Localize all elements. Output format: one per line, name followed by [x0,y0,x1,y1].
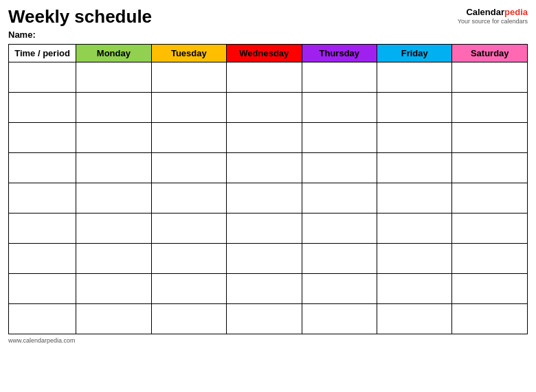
data-cell[interactable] [452,92,528,122]
data-cell[interactable] [227,62,302,92]
data-cell[interactable] [377,62,452,92]
data-cell[interactable] [452,122,528,152]
col-header-saturday: Saturday [452,44,528,62]
data-cell[interactable] [151,62,226,92]
data-cell[interactable] [302,122,377,152]
data-cell[interactable] [377,243,452,273]
name-label: Name: [8,30,528,40]
time-cell[interactable] [9,243,76,273]
table-row [9,92,528,122]
data-cell[interactable] [302,213,377,243]
col-header-friday: Friday [377,44,452,62]
table-row [9,152,528,183]
data-cell[interactable] [302,152,377,183]
data-cell[interactable] [76,273,151,303]
col-header-thursday: Thursday [302,44,377,62]
col-header-monday: Monday [76,44,151,62]
data-cell[interactable] [151,243,226,273]
col-header-tuesday: Tuesday [151,44,226,62]
table-row [9,183,528,213]
table-row [9,243,528,273]
data-cell[interactable] [151,92,226,122]
table-row [9,273,528,303]
footer-url: www.calendarpedia.com [8,337,528,344]
data-cell[interactable] [452,152,528,183]
data-cell[interactable] [227,273,302,303]
data-cell[interactable] [452,183,528,213]
time-cell[interactable] [9,152,76,183]
data-cell[interactable] [76,92,151,122]
data-cell[interactable] [227,122,302,152]
data-cell[interactable] [452,213,528,243]
col-header-time: Time / period [9,44,76,62]
data-cell[interactable] [151,122,226,152]
data-cell[interactable] [377,303,452,334]
data-cell[interactable] [76,183,151,213]
data-cell[interactable] [151,183,226,213]
data-cell[interactable] [452,273,528,303]
brand-name: Calendarpedia [458,7,528,18]
data-cell[interactable] [227,183,302,213]
table-row [9,213,528,243]
data-cell[interactable] [302,273,377,303]
brand-calendar-text: Calendar [466,7,504,17]
data-cell[interactable] [76,152,151,183]
data-cell[interactable] [302,243,377,273]
data-cell[interactable] [377,183,452,213]
time-cell[interactable] [9,183,76,213]
data-cell[interactable] [302,62,377,92]
brand-tagline: Your source for calendars [458,18,528,25]
data-cell[interactable] [76,243,151,273]
data-cell[interactable] [151,303,226,334]
data-cell[interactable] [452,62,528,92]
data-cell[interactable] [377,213,452,243]
brand-logo: Calendarpedia Your source for calendars [458,7,528,25]
data-cell[interactable] [377,92,452,122]
table-header-row: Time / period Monday Tuesday Wednesday T… [9,44,528,62]
time-cell[interactable] [9,303,76,334]
data-cell[interactable] [377,152,452,183]
time-cell[interactable] [9,213,76,243]
data-cell[interactable] [76,62,151,92]
time-cell[interactable] [9,122,76,152]
data-cell[interactable] [302,183,377,213]
page-title: Weekly schedule [8,7,152,27]
data-cell[interactable] [227,152,302,183]
time-cell[interactable] [9,62,76,92]
time-cell[interactable] [9,92,76,122]
data-cell[interactable] [151,213,226,243]
brand-pedia-text: pedia [504,7,528,17]
table-row [9,303,528,334]
data-cell[interactable] [151,152,226,183]
data-cell[interactable] [377,122,452,152]
data-cell[interactable] [227,213,302,243]
data-cell[interactable] [76,122,151,152]
data-cell[interactable] [227,303,302,334]
table-row [9,62,528,92]
data-cell[interactable] [76,213,151,243]
table-row [9,122,528,152]
data-cell[interactable] [452,243,528,273]
data-cell[interactable] [227,92,302,122]
data-cell[interactable] [377,273,452,303]
schedule-table: Time / period Monday Tuesday Wednesday T… [8,44,528,334]
data-cell[interactable] [302,303,377,334]
header: Weekly schedule Calendarpedia Your sourc… [8,7,528,27]
data-cell[interactable] [76,303,151,334]
data-cell[interactable] [151,273,226,303]
data-cell[interactable] [452,303,528,334]
page: Weekly schedule Calendarpedia Your sourc… [0,0,536,392]
col-header-wednesday: Wednesday [227,44,302,62]
footer-url-text: www.calendarpedia.com [8,337,76,344]
data-cell[interactable] [227,243,302,273]
data-cell[interactable] [302,92,377,122]
time-cell[interactable] [9,273,76,303]
